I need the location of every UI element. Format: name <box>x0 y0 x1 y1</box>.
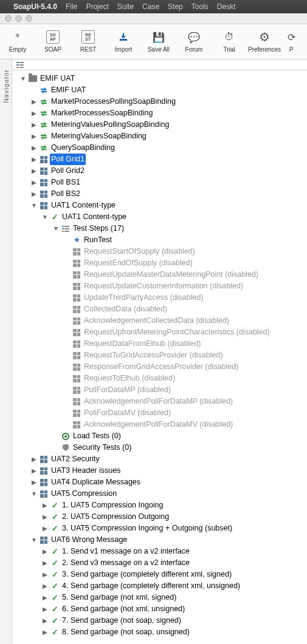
tree-row[interactable]: EMIF UAT <box>15 84 307 96</box>
toolbar-proxy-button[interactable]: ⟳P <box>282 24 300 59</box>
expand-icon[interactable]: ▶ <box>41 592 49 603</box>
menu-step[interactable]: Step <box>168 2 183 11</box>
menu-suite[interactable]: Suite <box>117 2 134 11</box>
expand-icon[interactable]: ▶ <box>30 177 38 188</box>
tree-row[interactable]: ▶Poll Grid1 <box>15 154 307 165</box>
tree-row[interactable]: ▶UAT3 Header issues <box>15 465 307 476</box>
collapse-icon[interactable]: ▼ <box>19 73 27 84</box>
tree-row[interactable]: ▶MarketProcessesSoapBinding <box>15 107 307 119</box>
tree-row[interactable]: RequestStartOfSupply (disabled) <box>15 246 307 257</box>
tree-row[interactable]: ▶✓1. Send v1 message on a v2 interface <box>15 546 307 557</box>
zoom-dot[interactable] <box>26 15 32 22</box>
tree-row[interactable]: ▶✓6. Send garbage (not xml, unsigned) <box>15 603 307 615</box>
expand-icon[interactable]: ▶ <box>30 107 38 119</box>
tree-row[interactable]: ▼UAT1 Content-type <box>15 200 307 211</box>
toolbar-forum-button[interactable]: 💬Forum <box>176 24 212 59</box>
expand-icon[interactable]: ▶ <box>30 130 38 142</box>
expand-icon[interactable]: ▶ <box>30 476 38 488</box>
expand-icon[interactable]: ▶ <box>30 154 38 165</box>
collapse-icon[interactable]: ▼ <box>30 200 38 211</box>
tree-row[interactable]: PollForDataMV (disabled) <box>15 407 307 419</box>
tree-row[interactable]: AcknowledgementPollForDataMV (disabled) <box>15 419 307 430</box>
toolbar-import-button[interactable]: Import <box>106 24 141 59</box>
tree-row[interactable]: RequestDataFromElhub (disabled) <box>15 338 307 350</box>
tree-row[interactable]: ▶✓2. UAT5 Compression Outgoing <box>15 511 307 523</box>
tree-row[interactable]: ▼UAT6 Wrong Message <box>15 534 307 546</box>
min-dot[interactable] <box>15 15 22 22</box>
collapse-icon[interactable]: ▼ <box>41 211 49 223</box>
expand-icon[interactable]: ▶ <box>41 523 49 534</box>
navigator-sidebar[interactable]: Navigator <box>0 59 12 644</box>
expand-icon[interactable]: ▶ <box>41 511 49 523</box>
tree-row[interactable]: ▶✓3. Send garbage (completely different … <box>15 569 307 580</box>
tree-row[interactable]: ▼EMIF UAT <box>15 73 307 84</box>
collapse-icon[interactable]: ▼ <box>30 534 38 546</box>
tree-row[interactable]: CollectedData (disabled) <box>15 303 307 315</box>
tree-row[interactable]: ▶✓5. Send garbage (not xml, signed) <box>15 592 307 603</box>
expand-icon[interactable]: ▶ <box>41 500 49 511</box>
tree-row[interactable]: ▼✓UAT1 Content-type <box>15 211 307 223</box>
tree-row[interactable]: ▶MeteringValuesSoapBinding <box>15 130 307 142</box>
expand-icon[interactable]: ▶ <box>30 453 38 465</box>
expand-icon[interactable]: ▶ <box>30 165 38 177</box>
expand-icon[interactable]: ▶ <box>41 615 49 626</box>
tree-row[interactable]: RequestUpfrontMeteringPointCharacteristi… <box>15 327 307 338</box>
toolbar-trial-button[interactable]: ⏱Trial <box>212 24 247 59</box>
expand-icon[interactable]: ▶ <box>41 546 49 557</box>
tree-tab-icon[interactable] <box>16 61 24 69</box>
toolbar-saveall-button[interactable]: 💾Save All <box>141 24 176 59</box>
tree-row[interactable]: ▶✓8. Send garbage (not soap, unsigned) <box>15 626 307 638</box>
tree-row[interactable]: AcknowledgementPollForDataMP (disabled) <box>15 396 307 407</box>
tree-row[interactable]: ▶UAT4 Duplicate Messages <box>15 476 307 488</box>
tree-row[interactable]: ▶QuerySoapBinding <box>15 142 307 154</box>
expand-icon[interactable]: ▶ <box>41 626 49 638</box>
tree-row[interactable]: Security Tests (0) <box>15 442 307 453</box>
tree-row[interactable]: ▶MarketProcessesPollingSoapBinding <box>15 96 307 107</box>
tree-row[interactable]: AcknowledgementCollectedData (disabled) <box>15 315 307 327</box>
tree-row[interactable]: ResponseFromGridAccessProvider (disabled… <box>15 361 307 373</box>
menu-tools[interactable]: Tools <box>191 2 209 11</box>
expand-icon[interactable]: ▶ <box>41 569 49 580</box>
tree-row[interactable]: ▶MeteringValuesPollingSoapBinding <box>15 119 307 130</box>
menu-project[interactable]: Project <box>86 2 108 11</box>
mac-menubar[interactable]: SoapUI-5.4.0 File Project Suite Case Ste… <box>0 0 307 13</box>
expand-icon[interactable]: ▶ <box>41 557 49 569</box>
collapse-icon[interactable]: ▼ <box>52 223 60 234</box>
tree-row[interactable]: ▶✓1. UAT5 Compression Ingoing <box>15 500 307 511</box>
tree-row[interactable]: RequestToGridAccessProvider (disabled) <box>15 350 307 361</box>
collapse-icon[interactable]: ▼ <box>30 488 38 500</box>
expand-icon[interactable]: ▶ <box>30 188 38 200</box>
expand-icon[interactable]: ▶ <box>41 603 49 615</box>
menu-desktop[interactable]: Deskt <box>217 2 236 11</box>
menu-case[interactable]: Case <box>142 2 159 11</box>
tree-row[interactable]: ▶Poll Grid2 <box>15 165 307 177</box>
tree-row[interactable]: ▶UAT2 Security <box>15 453 307 465</box>
tree-row[interactable]: ▶✓3. UAT5 Compression Ingoing + Outgoing… <box>15 523 307 534</box>
toolbar-prefs-button[interactable]: ⚙Preferences <box>247 24 282 59</box>
tree-row[interactable]: RequestUpdateCustomerInformation (disabl… <box>15 280 307 292</box>
tree-row[interactable]: RequestEndOfSupply (disabled) <box>15 257 307 269</box>
expand-icon[interactable]: ▶ <box>30 142 38 154</box>
tree-row[interactable]: RequestToElhub (disabled) <box>15 373 307 384</box>
expand-icon[interactable]: ▶ <box>30 96 38 107</box>
tree-row[interactable]: ▶✓2. Send v3 message on a v2 interface <box>15 557 307 569</box>
tree-row[interactable]: PollForDataMP (disabled) <box>15 384 307 396</box>
tree-row[interactable]: ▶Poll BS1 <box>15 177 307 188</box>
tree-row[interactable]: ▶✓4. Send garbage (completely different … <box>15 580 307 592</box>
tree-row[interactable]: ▼Test Steps (17) <box>15 223 307 234</box>
tree-row[interactable]: Load Tests (0) <box>15 430 307 442</box>
project-tree[interactable]: ▼EMIF UATEMIF UAT▶MarketProcessesPolling… <box>12 70 307 644</box>
tree-row[interactable]: ▼UAT5 Compression <box>15 488 307 500</box>
expand-icon[interactable]: ▶ <box>30 465 38 476</box>
menu-file[interactable]: File <box>66 2 77 11</box>
expand-icon[interactable]: ▶ <box>30 119 38 130</box>
tree-row[interactable]: ▶✓7. Send garbage (not soap, signed) <box>15 615 307 626</box>
close-dot[interactable] <box>5 15 12 22</box>
tree-row[interactable]: ★RunTest <box>15 234 307 246</box>
tree-row[interactable]: UpdateThirdPartyAccess (disabled) <box>15 292 307 303</box>
toolbar-rest-button[interactable]: RE STREST <box>71 24 106 59</box>
tree-row[interactable]: ▶Poll BS2 <box>15 188 307 200</box>
tree-row[interactable]: RequestUpdateMasterDataMeteringPoint (di… <box>15 269 307 280</box>
toolbar-empty-button[interactable]: ＊Empty <box>0 24 35 59</box>
toolbar-soap-button[interactable]: SO APSOAP <box>35 24 71 59</box>
